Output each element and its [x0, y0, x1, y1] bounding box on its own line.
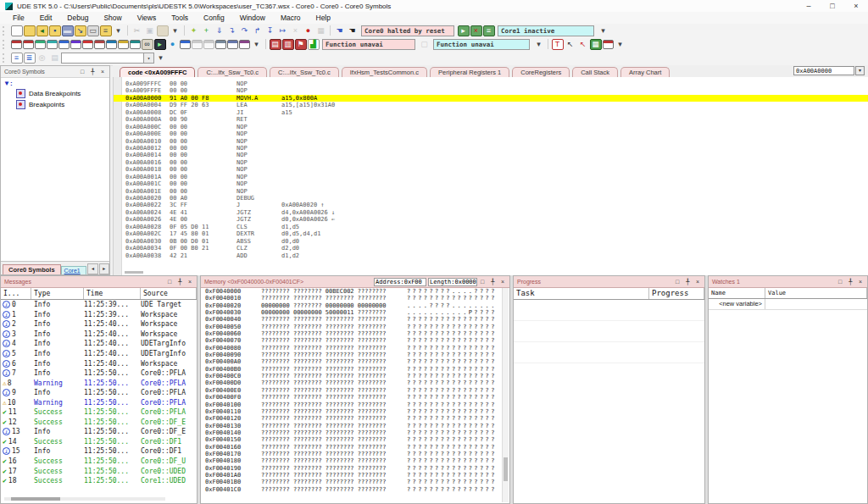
- table-view-icon[interactable]: ▦: [590, 39, 602, 50]
- view-toolbar-overflow[interactable]: ▾: [251, 39, 263, 50]
- paste-icon[interactable]: [157, 25, 169, 36]
- save-icon[interactable]: ▬: [62, 25, 74, 36]
- source-window-icon[interactable]: [58, 40, 70, 49]
- restore-icon[interactable]: □: [477, 277, 487, 287]
- symbol-search-icon[interactable]: ≡: [11, 53, 23, 64]
- function-nav-icon[interactable]: ▢: [419, 39, 431, 50]
- pin-icon[interactable]: ╀: [845, 277, 855, 287]
- memory-vscrollbar[interactable]: [502, 288, 509, 502]
- memory-row[interactable]: 0xF0040130???????? ???????? ???????? ???…: [201, 423, 503, 429]
- binoculars-icon[interactable]: ∞: [142, 39, 153, 50]
- memory-row[interactable]: 0xF0040150???????? ???????? ???????? ???…: [201, 436, 503, 443]
- close-icon[interactable]: ×: [185, 277, 195, 287]
- record-trace-icon[interactable]: ●: [303, 25, 314, 36]
- document-tab-4[interactable]: Peripheral Registers 1: [430, 67, 509, 77]
- code-row[interactable]: 0xA00A002C17 45 80 01DEXTRd0,d5,d4,d1: [114, 230, 868, 237]
- col-source[interactable]: Source: [141, 288, 197, 299]
- cut-icon[interactable]: ✂: [131, 25, 143, 36]
- open-workspace-icon[interactable]: ◂: [36, 25, 48, 36]
- menu-config[interactable]: Config: [196, 14, 232, 22]
- symbols-window-icon[interactable]: [47, 40, 58, 49]
- document-tab-2[interactable]: C:...Ifx_Ssw_Tc0.c: [270, 67, 339, 77]
- file-toolbar-overflow[interactable]: ▾: [113, 25, 125, 36]
- memory-row[interactable]: 0xF0040170???????? ???????? ???????? ???…: [201, 451, 503, 457]
- core-reset-icon[interactable]: ≡: [483, 25, 495, 36]
- code-row[interactable]: 0xA00A00340F 00 B0 21CLZd2,d0: [114, 245, 868, 252]
- close-icon[interactable]: ×: [855, 277, 865, 287]
- code-row[interactable]: 0xA00A00300B 00 D0 01ABSSd0,d0: [114, 238, 868, 245]
- step-instruction-icon[interactable]: ↧: [264, 25, 276, 36]
- registers-window-icon[interactable]: [106, 40, 117, 49]
- tab-scroll-right-icon[interactable]: ▸: [99, 263, 109, 274]
- trigger-icon[interactable]: T: [552, 39, 564, 50]
- select-pointer-icon[interactable]: ↖: [565, 39, 576, 50]
- restore-icon[interactable]: □: [672, 277, 682, 287]
- project-window-icon[interactable]: [23, 40, 34, 49]
- close-icon[interactable]: ×: [498, 277, 508, 287]
- message-row[interactable]: ✔18Success11:25:50...Core1::UDED: [1, 476, 197, 486]
- snippet-icon[interactable]: ▤: [49, 53, 61, 64]
- symbol-toolbar-overflow-icon[interactable]: ▾: [155, 53, 167, 64]
- message-row[interactable]: ✔17Success11:25:50...Core0::UDED: [1, 466, 197, 476]
- col-name[interactable]: Name: [709, 288, 765, 298]
- tab-core1-symbols[interactable]: Core1: [61, 266, 87, 274]
- halt-hand-icon[interactable]: ☚: [334, 25, 346, 36]
- symbol-browse-icon[interactable]: ≣: [24, 53, 36, 64]
- message-row[interactable]: ⚠8Warning11:25:50...Core0::PFLA: [1, 378, 197, 388]
- memory-row[interactable]: 0xF00401C0???????? ???????? ???????? ???…: [201, 486, 503, 493]
- col-time[interactable]: Time: [84, 288, 141, 299]
- step-into-icon[interactable]: ↴: [226, 25, 238, 36]
- function-toolbar-overflow-icon[interactable]: ▾: [533, 39, 545, 50]
- memory-row[interactable]: 0xF0040000???????? ???????? 00BEC002 ???…: [201, 288, 503, 295]
- watch-add-icon[interactable]: ◎: [36, 53, 48, 64]
- col-task[interactable]: Task: [514, 288, 649, 299]
- tab-core0-symbols[interactable]: Core0 Symbols: [3, 264, 61, 274]
- chevron-down-icon[interactable]: ▾: [855, 66, 865, 75]
- memory-row[interactable]: 0xF00400F0???????? ???????? ???????? ???…: [201, 394, 503, 401]
- close-icon[interactable]: ×: [97, 67, 108, 77]
- memory-row[interactable]: 0xF0040160???????? ???????? ???????? ???…: [201, 444, 503, 451]
- code-row[interactable]: 0xA00A00244E 41JGTZd4,0xA00A0026 ↓: [114, 209, 868, 216]
- profile-chart-icon[interactable]: ▟: [308, 39, 320, 50]
- message-row[interactable]: i1Info11:25:39...Workspace: [1, 310, 197, 320]
- stop-hand-icon[interactable]: ☚: [347, 25, 359, 36]
- tab-scroll-left-icon[interactable]: ◂: [87, 263, 97, 274]
- step-over-icon[interactable]: ↷: [239, 25, 251, 36]
- memory-row[interactable]: 0xF004003000000000 00000000 50000011 ???…: [201, 309, 503, 316]
- code-row[interactable]: 0xA00A00223C FFJ0xA00A0020 ↑: [114, 202, 868, 208]
- message-row[interactable]: ✔12Success11:25:50...Core0::DF_E: [1, 418, 197, 428]
- menu-help[interactable]: Help: [309, 14, 338, 22]
- message-row[interactable]: ⚠10Warning11:25:50...Core0::PFLA: [1, 397, 197, 407]
- bookmark-flag-icon[interactable]: ⚑: [295, 39, 307, 50]
- col-id[interactable]: I...: [1, 288, 31, 299]
- symbol-combo-box[interactable]: ▾: [61, 53, 154, 64]
- memory-row[interactable]: 0xF004002000000000 ???????? 00000000 000…: [201, 302, 503, 309]
- code-row[interactable]: 0xA00A001800 00NOP: [114, 166, 868, 173]
- tile-window-icon[interactable]: [227, 40, 238, 49]
- watchlist-icon[interactable]: ▥: [282, 39, 294, 50]
- message-row[interactable]: i5Info11:25:40...UDETargInfo: [1, 349, 197, 359]
- code-row[interactable]: 0xA00A001A00 00NOP: [114, 174, 868, 180]
- new-variable-cell[interactable]: <new variable>: [709, 299, 765, 309]
- code-row[interactable]: 0xA00A00280F 05 D0 11CLSd1,d5: [114, 224, 868, 230]
- pin-icon[interactable]: ╀: [682, 277, 693, 287]
- memory-row[interactable]: 0xF0040060???????? ???????? ???????? ???…: [201, 330, 503, 337]
- memory-address-field[interactable]: Address:0xF00: [374, 278, 426, 286]
- menu-views[interactable]: Views: [130, 14, 164, 22]
- toolbar-overflow-icon[interactable]: ▾: [598, 25, 609, 36]
- open-file-icon[interactable]: [24, 25, 36, 36]
- message-row[interactable]: ✔11Success11:25:50...Core0::PFLA: [1, 407, 197, 418]
- memory-row[interactable]: 0xF0040140???????? ???????? ???????? ???…: [201, 429, 503, 436]
- step-out-icon[interactable]: ↱: [252, 25, 264, 36]
- menu-show[interactable]: Show: [96, 14, 129, 22]
- tree-item-breakpoints[interactable]: Breakpoints: [1, 99, 109, 110]
- code-row[interactable]: 0xA009FFFE00 00NOP: [114, 87, 868, 94]
- code-row[interactable]: 0xA00A000C00 00NOP: [114, 124, 868, 130]
- memory-row[interactable]: 0xF0040070???????? ???????? ???????? ???…: [201, 337, 503, 344]
- menu-window[interactable]: Window: [232, 14, 273, 22]
- close-icon[interactable]: ×: [693, 277, 703, 287]
- col-type[interactable]: Type: [31, 288, 84, 299]
- memory-row[interactable]: 0xF00400C0???????? ???????? ???????? ???…: [201, 373, 503, 379]
- memory-row[interactable]: 0xF0040010???????? ???????? ???????? ???…: [201, 295, 503, 302]
- dialog-view-icon[interactable]: [603, 40, 614, 49]
